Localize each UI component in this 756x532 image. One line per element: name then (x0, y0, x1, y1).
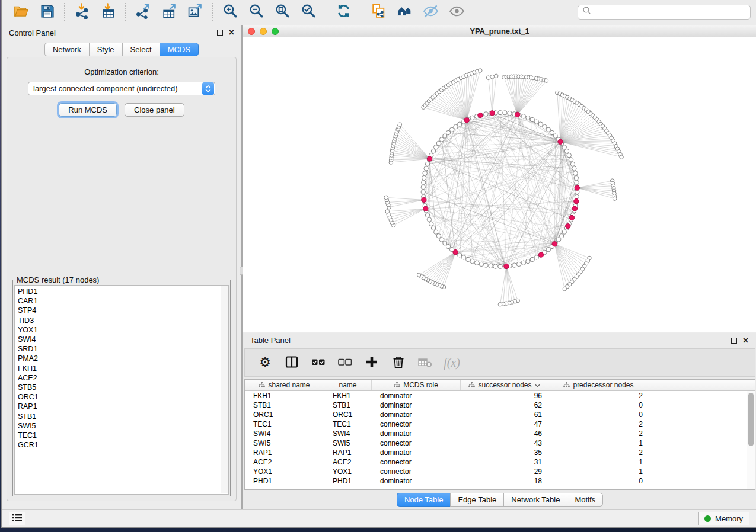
mcds-result-item[interactable]: SWI4 (18, 335, 219, 344)
mcds-result-item[interactable]: PMA2 (18, 354, 219, 363)
cell-name[interactable]: ACE2 (324, 458, 372, 466)
tab-motifs[interactable]: Motifs (567, 493, 603, 507)
mcds-result-item[interactable]: STP4 (18, 306, 219, 315)
tab-mcds[interactable]: MCDS (160, 43, 199, 56)
column-header-name[interactable]: name (324, 380, 372, 390)
cell-successor-nodes[interactable]: 62 (461, 401, 548, 409)
table-row[interactable]: RAP1RAP1dominator352 (245, 448, 755, 457)
table-row[interactable]: SWI5SWI5connector431 (245, 438, 755, 448)
cell-successor-nodes[interactable]: 43 (461, 439, 548, 447)
cell-MCDS-role[interactable]: dominator (372, 411, 461, 419)
cell-name[interactable]: RAP1 (324, 448, 372, 457)
import-table-button[interactable] (98, 2, 118, 22)
table-row[interactable]: PHD1PHD1dominator180 (245, 476, 755, 486)
tab-select[interactable]: Select (122, 43, 160, 56)
mcds-result-item[interactable]: SWI5 (18, 421, 219, 431)
refresh-button[interactable] (333, 2, 353, 22)
show-all-button[interactable] (446, 2, 467, 22)
select-all-button[interactable] (311, 355, 326, 370)
cell-shared-name[interactable]: FKH1 (245, 392, 324, 400)
cell-MCDS-role[interactable]: dominator (372, 401, 461, 409)
table-row[interactable]: SWI4SWI4dominator462 (245, 429, 755, 438)
tab-edge-table[interactable]: Edge Table (450, 493, 503, 507)
cell-MCDS-role[interactable]: connector (372, 467, 461, 476)
export-network-button[interactable] (133, 2, 153, 22)
zoom-out-button[interactable] (246, 2, 266, 22)
cell-MCDS-role[interactable]: dominator (372, 477, 461, 485)
deselect-all-button[interactable] (337, 355, 353, 370)
save-session-button[interactable] (37, 2, 57, 22)
cell-predecessor-nodes[interactable]: 1 (548, 467, 649, 476)
float-panel-icon[interactable] (217, 30, 223, 36)
table-row[interactable]: STB1STB1dominator620 (245, 400, 755, 410)
table-row[interactable]: TEC1TEC1connector472 (245, 419, 755, 429)
settings-button[interactable]: ⚙ (257, 355, 273, 370)
cell-predecessor-nodes[interactable]: 0 (548, 477, 649, 485)
network-canvas[interactable] (243, 37, 756, 331)
cell-predecessor-nodes[interactable]: 0 (548, 411, 649, 419)
cell-predecessor-nodes[interactable]: 0 (548, 401, 649, 409)
cell-shared-name[interactable]: SWI4 (245, 430, 324, 438)
cell-name[interactable]: FKH1 (324, 392, 372, 400)
mcds-result-item[interactable]: FKH1 (18, 364, 219, 373)
search-input[interactable] (592, 6, 750, 18)
run-mcds-button[interactable]: Run MCDS (59, 103, 117, 117)
column-header-MCDS-role[interactable]: MCDS role (372, 380, 461, 390)
cell-successor-nodes[interactable]: 96 (461, 392, 548, 400)
cell-successor-nodes[interactable]: 31 (461, 458, 548, 466)
close-table-panel-icon[interactable]: × (743, 338, 748, 344)
cell-shared-name[interactable]: SWI5 (245, 439, 324, 447)
hide-selected-button[interactable] (420, 2, 441, 22)
cell-successor-nodes[interactable]: 47 (461, 420, 548, 428)
cell-MCDS-role[interactable]: dominator (372, 392, 461, 400)
mcds-result-item[interactable]: RAP1 (18, 402, 219, 411)
close-panel-button[interactable]: Close panel (125, 103, 184, 117)
cell-name[interactable]: PHD1 (324, 477, 372, 485)
mcds-result-item[interactable]: YOX1 (18, 325, 219, 335)
zoom-fit-button[interactable] (272, 2, 292, 22)
cell-successor-nodes[interactable]: 35 (461, 448, 548, 457)
mcds-result-item[interactable]: TID3 (18, 316, 219, 325)
cell-name[interactable]: SWI5 (324, 439, 372, 447)
cell-name[interactable]: TEC1 (324, 420, 372, 428)
mcds-result-item[interactable]: ORC1 (18, 392, 219, 402)
duplicate-network-button[interactable] (368, 2, 388, 22)
cell-predecessor-nodes[interactable]: 2 (548, 430, 649, 438)
import-network-button[interactable] (72, 2, 92, 22)
table-scrollbar[interactable] (747, 391, 755, 489)
column-header-shared-name[interactable]: shared name (245, 380, 324, 390)
cell-shared-name[interactable]: RAP1 (245, 448, 324, 457)
cell-name[interactable]: YOX1 (324, 467, 372, 476)
cell-successor-nodes[interactable]: 18 (461, 477, 548, 485)
cell-shared-name[interactable]: YOX1 (245, 467, 324, 476)
cell-successor-nodes[interactable]: 61 (461, 411, 548, 419)
column-header-predecessor-nodes[interactable]: predecessor nodes (548, 380, 649, 390)
mcds-result-item[interactable]: GCR1 (18, 440, 219, 450)
cell-MCDS-role[interactable]: dominator (372, 430, 461, 438)
delete-button[interactable] (391, 355, 406, 370)
cell-predecessor-nodes[interactable]: 1 (548, 458, 649, 466)
export-table-button[interactable] (159, 2, 179, 22)
table-scrollbar-thumb[interactable] (748, 393, 754, 446)
mcds-result-item[interactable]: SRD1 (18, 344, 219, 354)
cell-successor-nodes[interactable]: 46 (461, 430, 548, 438)
table-row[interactable]: YOX1YOX1connector291 (245, 467, 755, 476)
mcds-result-item[interactable]: STB1 (18, 412, 219, 421)
mcds-result-list[interactable]: PHD1CAR1STP4TID3YOX1SWI4SRD1PMA2FKH1ACE2… (14, 285, 229, 495)
close-panel-icon[interactable]: × (229, 30, 234, 36)
zoom-in-button[interactable] (220, 2, 240, 22)
add-row-button[interactable] (364, 355, 379, 370)
open-file-button[interactable] (11, 2, 31, 22)
first-neighbors-button[interactable] (394, 2, 414, 22)
column-header-successor-nodes[interactable]: successor nodes (461, 380, 548, 390)
cell-shared-name[interactable]: STB1 (245, 401, 324, 409)
cell-successor-nodes[interactable]: 29 (461, 467, 548, 476)
cell-name[interactable]: ORC1 (324, 411, 372, 419)
mcds-result-item[interactable]: STB5 (18, 383, 219, 392)
mcds-result-item[interactable]: TEC1 (18, 431, 219, 440)
mcds-result-item[interactable]: CAR1 (18, 296, 219, 306)
cell-name[interactable]: STB1 (324, 401, 372, 409)
tab-network-table[interactable]: Network Table (503, 493, 567, 507)
mcds-list-scrollbar[interactable] (221, 286, 228, 493)
tab-network[interactable]: Network (44, 43, 89, 56)
